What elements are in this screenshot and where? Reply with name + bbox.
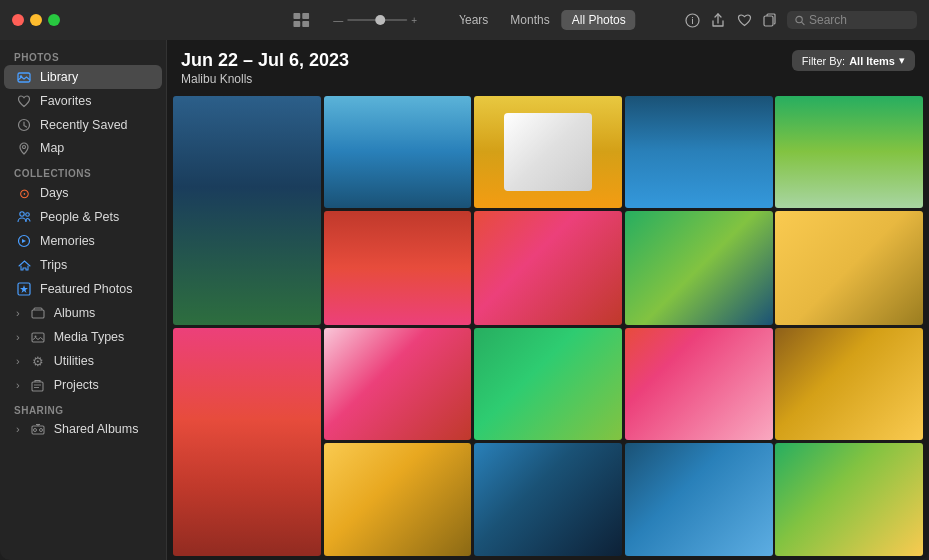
heart-icon[interactable] [736,12,752,28]
view-icon[interactable] [293,13,309,27]
favorites-icon [16,93,32,109]
photo-cell[interactable] [474,328,622,440]
search-input[interactable] [809,13,909,27]
tab-months[interactable]: Months [500,10,559,30]
svg-point-14 [20,212,24,216]
shared-albums-icon [30,421,46,437]
sidebar-days-label: Days [40,186,68,200]
sidebar-item-featured-photos[interactable]: Featured Photos [4,277,162,301]
sidebar-item-projects[interactable]: › Projects [4,373,162,397]
photo-cell[interactable] [324,96,471,208]
sidebar-item-media-types[interactable]: › Media Types [4,325,162,349]
sidebar-shared-albums-label: Shared Albums [54,422,139,436]
svg-rect-1 [302,13,309,19]
titlebar-actions [684,11,917,29]
utilities-icon: ⚙ [30,353,46,369]
featured-photos-icon [16,281,32,297]
tab-years[interactable]: Years [449,10,498,30]
sidebar-projects-label: Projects [54,378,99,392]
photo-cell[interactable] [625,328,773,440]
info-icon[interactable] [684,12,700,28]
copy-icon[interactable] [762,12,777,28]
filter-value: All Items [849,55,895,67]
collections-section-label: Collections [0,160,166,181]
sidebar-map-label: Map [40,141,64,155]
sidebar-recently-saved-label: Recently Saved [40,118,128,132]
sidebar-item-library[interactable]: Library [4,65,162,89]
sharing-section-label: Sharing [0,397,166,418]
main-content: Jun 22 – Jul 6, 2023 Malibu Knolls Filte… [167,0,929,560]
photo-cell[interactable] [625,96,773,208]
sidebar: Photos Library Favorites Recently Saved [0,0,167,560]
sidebar-trips-label: Trips [40,258,67,272]
people-pets-icon [16,209,32,225]
photo-cell[interactable] [474,96,622,208]
window-controls [12,14,60,26]
svg-rect-18 [32,310,44,318]
svg-rect-3 [302,21,309,27]
photo-cell[interactable] [324,443,471,556]
svg-point-26 [39,429,42,432]
sidebar-media-types-label: Media Types [54,330,125,344]
photo-cell[interactable] [775,96,923,208]
svg-point-25 [33,429,36,432]
content-header: Jun 22 – Jul 6, 2023 Malibu Knolls Filte… [167,40,929,92]
share-icon[interactable] [710,12,726,28]
content-location: Malibu Knolls [181,72,915,86]
sidebar-featured-photos-label: Featured Photos [40,282,132,296]
tab-all-photos[interactable]: All Photos [562,10,636,30]
sidebar-item-recently-saved[interactable]: Recently Saved [4,113,162,137]
photo-cell[interactable] [474,211,622,324]
sidebar-item-utilities[interactable]: › ⚙ Utilities [4,349,162,373]
filter-button[interactable]: Filter By: All Items ▾ [792,50,915,71]
photo-cell[interactable] [474,443,622,556]
days-icon: ⊙ [16,185,32,201]
svg-rect-19 [32,333,44,342]
zoom-slider[interactable]: — + [333,15,417,26]
sidebar-item-people-pets[interactable]: People & Pets [4,205,162,229]
svg-rect-5 [692,19,693,24]
svg-rect-6 [692,17,693,18]
sidebar-item-shared-albums[interactable]: › Shared Albums [4,418,162,441]
trips-icon [16,257,32,273]
svg-point-15 [26,213,30,217]
sidebar-utilities-label: Utilities [54,354,94,368]
photo-cell[interactable] [173,96,321,325]
projects-icon [30,377,46,393]
close-button[interactable] [12,14,24,26]
photo-cell[interactable] [625,443,773,556]
search-box[interactable] [787,11,917,29]
photo-cell[interactable] [625,211,773,324]
title-bar: — + Years Months All Photos [0,0,929,40]
photo-cell[interactable] [173,328,321,557]
sidebar-item-trips[interactable]: Trips [4,253,162,277]
titlebar-center: — + Years Months All Photos [293,10,635,30]
photo-cell[interactable] [775,211,923,324]
svg-point-8 [796,16,802,22]
map-icon [16,140,32,156]
sidebar-library-label: Library [40,70,78,84]
maximize-button[interactable] [48,14,60,26]
sidebar-item-map[interactable]: Map [4,137,162,160]
recently-saved-icon [16,117,32,133]
photo-cell[interactable] [775,443,923,556]
sidebar-favorites-label: Favorites [40,94,91,108]
filter-label: Filter By: [802,55,845,67]
albums-icon [30,305,46,321]
photo-cell[interactable] [324,211,471,324]
sidebar-item-days[interactable]: ⊙ Days [4,181,162,205]
memories-icon [16,233,32,249]
svg-rect-2 [293,21,300,27]
svg-rect-21 [32,382,43,391]
photos-section-label: Photos [0,44,166,65]
sidebar-item-favorites[interactable]: Favorites [4,89,162,113]
photo-cell[interactable] [775,328,923,440]
sidebar-item-memories[interactable]: Memories [4,229,162,253]
sidebar-albums-label: Albums [54,306,96,320]
photo-cell[interactable] [324,328,471,440]
minimize-button[interactable] [30,14,42,26]
filter-chevron: ▾ [899,54,905,67]
nav-tabs: Years Months All Photos [449,10,636,30]
sidebar-item-albums[interactable]: › Albums [4,301,162,325]
svg-rect-0 [293,13,300,19]
